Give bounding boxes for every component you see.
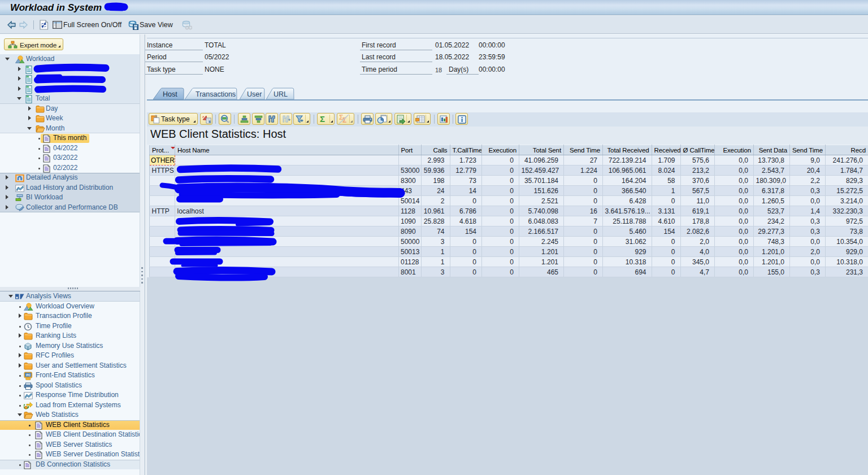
svg-text:PC: PC bbox=[27, 373, 31, 377]
svg-text:Transactions: Transactions bbox=[196, 90, 236, 98]
svg-text:URL: URL bbox=[274, 90, 288, 98]
svg-text:Host: Host bbox=[163, 90, 177, 98]
svg-text:User: User bbox=[247, 90, 262, 98]
